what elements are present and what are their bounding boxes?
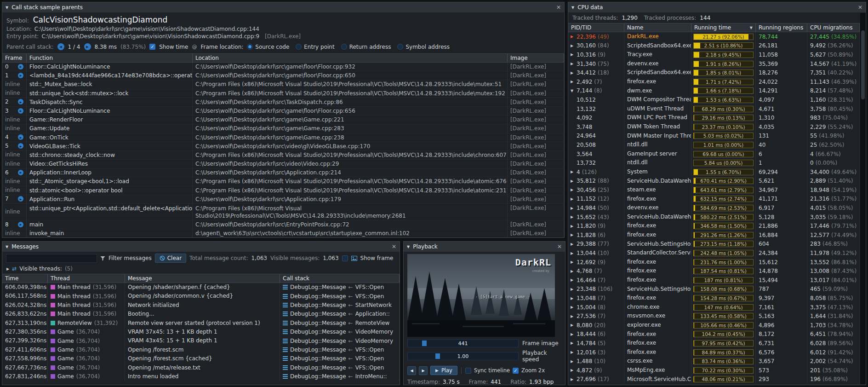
expand-row-icon[interactable]: ▶ — [571, 233, 577, 237]
cpu-row[interactable]: ▶11,828(6)firefox.exe291.26 ms (1.26%)16… — [568, 231, 860, 240]
cpu-row[interactable]: ▶34,412(18)ScriptedSandbox64.exe1.85 s (… — [568, 68, 860, 77]
expand-row-icon[interactable]: ▶ — [571, 260, 577, 264]
callstack-row[interactable]: inlinestd::chrono::steady_clock::nowC:\P… — [2, 151, 564, 160]
jump-to-sample-icon[interactable]: ▶ — [18, 73, 23, 78]
play-button[interactable]: ▶ Play — [430, 366, 457, 375]
cpu-row[interactable]: ▶30,456(25)steam.exe643.61 ms (2.79%)34,… — [568, 185, 860, 195]
cpu-titlebar[interactable]: ▼ CPU data ✕ — [568, 2, 866, 12]
playback-speed-slider[interactable]: 1.00 — [407, 352, 519, 360]
jump-to-sample-icon[interactable]: ▶ — [18, 99, 23, 104]
callstack-row[interactable]: 4▶Game::OnTickC:\Users\wolf\Desktop\dark… — [2, 133, 564, 142]
close-icon[interactable]: ✕ — [556, 4, 561, 11]
callstack-row[interactable]: 5▶VideoGLBase::TickC:\Users\wolf\Desktop… — [2, 142, 564, 151]
cpu-row[interactable]: ▶18,444(6)firefox.exe104.2 ms (0.45%)8,1… — [568, 330, 860, 339]
message-row[interactable]: 626,024,328nsMain thread(31,596)Network … — [2, 301, 400, 310]
next-frame-button[interactable]: ▶ — [419, 366, 428, 375]
column-header-frame[interactable]: Frame — [2, 54, 27, 62]
jump-to-sample-icon[interactable]: ▶ — [18, 134, 23, 140]
radio-source-code[interactable]: Source code — [247, 44, 289, 50]
callstack-row[interactable]: 7▶Application::RunC:\Users\wolf\Desktop\… — [2, 195, 564, 204]
message-row[interactable]: 627,667,736nsGame(36,704)Opening /meta/r… — [2, 364, 400, 372]
message-row[interactable]: 627,411,606nsGame(36,704)Opening /forest… — [2, 346, 400, 354]
radio-entry-point[interactable]: Entry point — [296, 44, 334, 50]
callstack-row[interactable]: 3▶Floor::CalcLightNoLuminanceC:\Users\wo… — [2, 107, 564, 116]
expand-row-icon[interactable]: ▶ — [571, 341, 577, 345]
expand-row-icon[interactable]: ▶ — [571, 368, 577, 372]
expand-row-icon[interactable]: ▶ — [571, 197, 577, 201]
message-row[interactable]: 606,049,398nsMain thread(31,596)Opening … — [2, 283, 400, 292]
callstack-row[interactable]: inlinestd::_Mutex_base::lockC:\Program F… — [2, 80, 564, 89]
cpu-row[interactable]: ▶11,152(12)firefox.exe632.15 ms (2.74%)4… — [568, 195, 860, 204]
prev-frame-button[interactable]: ◀ — [407, 366, 416, 375]
cpu-row[interactable]: ▼7,144(8)dwm.exe1.66 s (7.18%)14,2918,21… — [568, 87, 860, 96]
cpu-row[interactable]: 24,964DWM Master Input Thread5.03 ms (0.… — [568, 132, 860, 141]
collapse-icon[interactable]: ▼ — [6, 245, 8, 249]
close-icon[interactable]: ✕ — [557, 243, 562, 250]
callstack-row[interactable]: 6▶Application::InnerLoopC:\Users\wolf\De… — [2, 168, 564, 177]
message-filter-input[interactable] — [6, 254, 97, 263]
expand-row-icon[interactable]: ▶ — [571, 323, 577, 327]
expand-row-icon[interactable]: ▶ — [571, 52, 577, 57]
cpu-scrollbar[interactable] — [860, 13, 866, 384]
column-header-time[interactable]: Time — [2, 274, 48, 283]
cpu-row[interactable]: ▶35,812(88)ServiceHub.DataWarehouseHost.… — [568, 177, 860, 186]
cpu-row[interactable]: 10,512DWM Compositor Thread1.53 s (6.63%… — [568, 95, 860, 104]
cpu-row[interactable]: ▶13,044(10)StandardCollector.Service.exe… — [568, 248, 860, 258]
message-row[interactable]: 627,399,326nsGame(36,704)VRAM 43x45: 15 … — [2, 336, 400, 345]
expand-row-icon[interactable]: ▶ — [571, 170, 577, 174]
expand-row-icon[interactable]: ▶ — [571, 44, 577, 48]
message-row[interactable]: 627,313,190nsRemoteView(31,392)Remote vi… — [2, 319, 400, 328]
callstack-row[interactable]: 1▶<lambda_84a19dc444fae966ca174e83e708bd… — [2, 71, 564, 80]
sync-timeline-checkbox[interactable] — [465, 368, 471, 374]
expand-row-icon[interactable]: ▶ — [571, 188, 577, 192]
cpu-row[interactable]: ▶22,396(49)DarkRL.exe21.27 s (92.06%)78,… — [568, 32, 860, 41]
playback-titlebar[interactable]: ▼ Playback ✕ — [404, 242, 565, 252]
column-header-thread[interactable]: Thread — [48, 274, 125, 283]
column-header-name[interactable]: Name — [624, 23, 691, 32]
expand-row-icon[interactable]: ▶ — [571, 224, 577, 228]
expand-row-icon[interactable]: ▶ — [571, 251, 577, 255]
cpu-row[interactable]: ▶8,080(20)explorer.exe105.66 ms (0.46%)4… — [568, 321, 860, 330]
radio-return-address[interactable]: Return address — [341, 44, 391, 50]
callstack-row[interactable]: inlinestd::atomic<bool>::operator boolC:… — [2, 186, 564, 195]
callstack-row[interactable]: inlinestd::_Atomic_storage<bool,1>::load… — [2, 177, 564, 186]
expand-row-icon[interactable]: ▶ — [571, 242, 577, 246]
expand-row-icon[interactable]: ▶ — [571, 206, 577, 210]
column-header-cpu-migrations[interactable]: CPU migrations — [807, 23, 860, 32]
expand-row-icon[interactable]: ▶ — [571, 269, 577, 273]
cpu-row[interactable]: ▶30,160(84)ScriptedSandbox64.exe2.51 s (… — [568, 41, 860, 51]
jump-to-sample-icon[interactable]: ▶ — [18, 196, 23, 202]
callstack-row[interactable]: 2▶TaskDispatch::SyncC:\Users\wolf\Deskto… — [2, 98, 564, 107]
cpu-row[interactable]: ▶15,004(8)chrome.exe147 ms (0.64%)7,1613… — [568, 303, 860, 312]
cpu-row[interactable]: 13,132uDWM Event Thread68.29 ms (0.30%)4… — [568, 104, 860, 114]
cpu-row[interactable]: ▶4,872(9)MsMpEng.exe70.22 ms (0.30%)5732… — [568, 366, 860, 375]
expand-row-icon[interactable]: ▶ — [571, 287, 577, 291]
clear-button[interactable]: Clear — [155, 254, 186, 263]
expand-row-icon[interactable]: ▶ — [571, 314, 577, 318]
message-row[interactable]: 606,117,568nsMain thread(31,596)Opening … — [2, 292, 400, 300]
cpu-row[interactable]: ▶29,388(77)ServiceHub.SettingsHost.exe27… — [568, 240, 860, 249]
column-header-message[interactable]: Message — [125, 274, 280, 283]
callstack-row[interactable]: inlineVideo::GetTicksHiResC:\Users\wolf\… — [2, 160, 564, 168]
cpu-row[interactable]: ▶2,492(7)firefox.exe1.71 s (7.42%)24,022… — [568, 77, 860, 87]
cpu-row[interactable]: ▶4,768(7)firefox.exe187.54 ms (0.81%)14,… — [568, 266, 860, 276]
cpu-row[interactable]: 3,564GameInput server69.68 us (0.00%)64(… — [568, 150, 860, 159]
collapse-icon[interactable]: ▼ — [571, 6, 574, 10]
callstack-row[interactable]: 0▶Floor::CalcLightNoLuminanceC:\Users\wo… — [2, 63, 564, 71]
cpu-row[interactable]: ▶10,316(9)Tracy.exe2.18 s (9.45%)11,0585… — [568, 50, 860, 59]
expand-row-icon[interactable]: ▶ — [571, 296, 577, 300]
cpu-row[interactable]: ▶16,464(7)firefox.exe187 ms (0.81%)15,49… — [568, 276, 860, 285]
message-row[interactable]: 627,380,356nsGame(36,704)VRAM 37x45: 13 … — [2, 328, 400, 336]
show-frame-checkbox[interactable] — [342, 255, 348, 261]
cpu-row[interactable]: ▶11,820(9)firefox.exe346.58 ms (1.50%)21… — [568, 221, 860, 231]
cpu-row[interactable]: ▶4(126)System1.55 s (6.70%)69,29434,400(… — [568, 168, 860, 177]
close-icon[interactable]: ✕ — [858, 4, 862, 11]
expand-row-icon[interactable]: ▶ — [571, 179, 577, 183]
expand-threads-icon[interactable]: ▶ — [6, 267, 9, 271]
cpu-row[interactable]: ▶31,340(75)devenv.exe1.91 s (8.26%)35,36… — [568, 59, 860, 69]
expand-row-icon[interactable]: ▶ — [571, 71, 577, 75]
cpu-row[interactable]: ▶12,016(3)firefox.exe84.89 ms (0.37%)6,5… — [568, 348, 860, 357]
expand-row-icon[interactable]: ▶ — [571, 305, 577, 309]
messages-titlebar[interactable]: ▼ Messages ✕ — [2, 242, 400, 252]
radio-symbol-address[interactable]: Symbol address — [397, 44, 450, 50]
